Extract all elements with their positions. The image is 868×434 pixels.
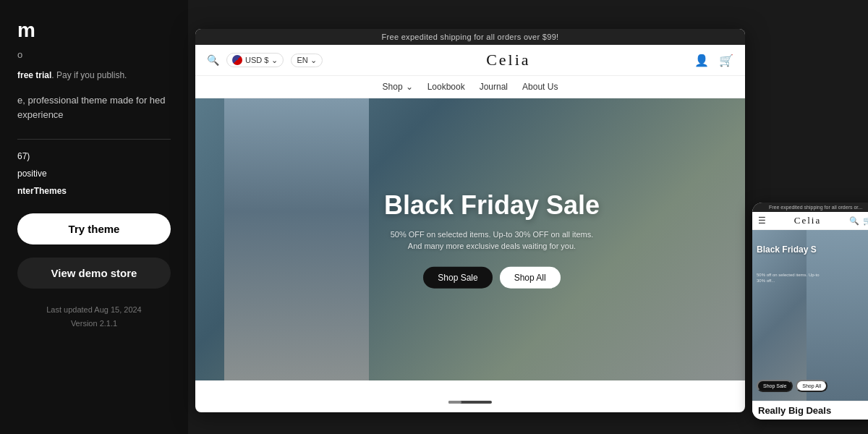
- rating-line: 67): [17, 151, 171, 161]
- right-panel: Free expedited shipping for all orders o…: [188, 0, 868, 434]
- theme-description: e, professional theme made for hed exper…: [17, 93, 171, 122]
- mobile-shop-sale-button[interactable]: Shop Sale: [757, 380, 793, 392]
- cart-icon[interactable]: 🛒: [719, 54, 733, 67]
- mobile-preview: Free expedited shipping for all orders o…: [752, 203, 868, 420]
- mobile-inner: Free expedited shipping for all orders o…: [752, 203, 868, 420]
- flag-icon: [232, 55, 242, 65]
- shop-sale-button[interactable]: Shop Sale: [423, 266, 492, 288]
- hero-title: Black Friday Sale: [383, 191, 600, 220]
- mobile-person-shape: [807, 230, 868, 401]
- mobile-icons: 🔍 🛒: [849, 216, 868, 226]
- language-selector[interactable]: EN ⌄: [291, 54, 322, 67]
- desktop-preview: Free expedited shipping for all orders o…: [195, 29, 745, 412]
- store-banner: Free expedited shipping for all orders o…: [195, 29, 745, 45]
- shop-chevron: ⌄: [406, 82, 413, 92]
- menu-item-about[interactable]: About Us: [522, 82, 558, 92]
- currency-chevron: ⌄: [271, 56, 278, 65]
- mobile-search-icon[interactable]: 🔍: [849, 216, 859, 226]
- last-updated: Last updated Aug 15, 2024: [17, 303, 171, 317]
- sentiment-line: positive: [17, 169, 171, 179]
- mobile-cart-icon[interactable]: 🛒: [863, 216, 868, 226]
- rating-value: 67): [17, 151, 30, 161]
- version: Version 2.1.1: [17, 317, 171, 331]
- nav-right-icons: 👤 🛒: [694, 54, 733, 67]
- trial-text: free trial. Pay if you publish.: [17, 70, 171, 80]
- author-name: nterThemes: [17, 186, 67, 196]
- mobile-buttons: Shop Sale Shop All: [757, 380, 827, 392]
- language-label: EN: [297, 56, 307, 64]
- shop-all-button[interactable]: Shop All: [500, 266, 561, 288]
- menu-item-lookbook[interactable]: Lookbook: [427, 82, 465, 92]
- mobile-hero-title: Black Friday S: [757, 244, 829, 255]
- scroll-bar[interactable]: [448, 401, 492, 404]
- try-theme-button[interactable]: Try theme: [17, 213, 171, 244]
- theme-subtitle: o: [17, 49, 171, 60]
- theme-name: m: [17, 20, 171, 41]
- mobile-hero-subtitle: 50% off on selected items. Up-to 30% off…: [757, 272, 829, 284]
- scroll-bar-inner: [448, 401, 461, 404]
- menu-item-shop[interactable]: Shop ⌄: [383, 82, 413, 92]
- nav-left-icons: 🔍 USD $ ⌄ EN ⌄: [207, 53, 323, 67]
- menu-item-journal[interactable]: Journal: [480, 82, 508, 92]
- account-icon[interactable]: 👤: [694, 54, 709, 67]
- search-icon[interactable]: 🔍: [207, 54, 219, 66]
- language-chevron: ⌄: [310, 56, 317, 65]
- currency-selector[interactable]: USD $ ⌄: [226, 53, 284, 67]
- store-menu: Shop ⌄ Lookbook Journal About Us: [195, 76, 745, 98]
- left-panel: m o free trial. Pay if you publish. e, p…: [0, 0, 188, 434]
- update-info: Last updated Aug 15, 2024 Version 2.1.1: [17, 303, 171, 330]
- hamburger-icon[interactable]: ☰: [758, 216, 766, 226]
- mobile-nav: ☰ Celia 🔍 🛒: [752, 212, 868, 230]
- divider: [17, 139, 171, 140]
- store-brand: Celia: [486, 51, 530, 69]
- mobile-banner: Free expedited shipping for all orders o…: [752, 203, 868, 212]
- hero-text-block: Black Friday Sale 50% OFF on selected it…: [383, 191, 600, 289]
- sentiment-value: positive: [17, 169, 47, 179]
- hero-subtitle: 50% OFF on selected items. Up-to 30% OFF…: [383, 228, 600, 252]
- hero-person-shape: [224, 98, 369, 380]
- store-nav-top: 🔍 USD $ ⌄ EN ⌄ Celia 👤 🛒: [195, 45, 745, 76]
- hero-section: Black Friday Sale 50% OFF on selected it…: [195, 98, 745, 380]
- author-line: nterThemes: [17, 186, 171, 196]
- trial-suffix: . Pay if you publish.: [51, 70, 127, 80]
- view-demo-button[interactable]: View demo store: [17, 258, 171, 289]
- hero-buttons: Shop Sale Shop All: [383, 266, 600, 288]
- mobile-brand: Celia: [794, 215, 821, 226]
- free-trial-label: free trial: [17, 70, 51, 80]
- mobile-hero: Black Friday S 50% off on selected items…: [752, 230, 868, 401]
- mobile-shop-all-button[interactable]: Shop All: [796, 380, 827, 392]
- currency-label: USD $: [245, 56, 268, 64]
- mobile-footer-label: Really Big Deals: [752, 401, 868, 420]
